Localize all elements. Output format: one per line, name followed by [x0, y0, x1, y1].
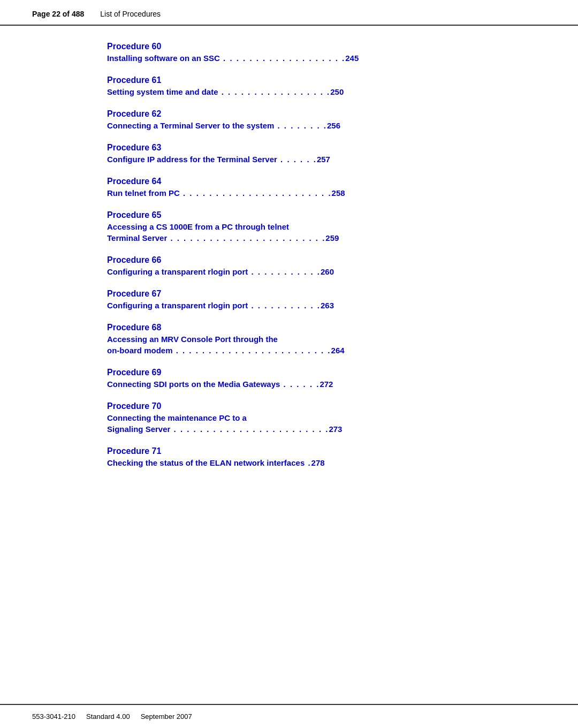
procedure-description: Connecting the maintenance PC to a Signa… — [107, 412, 546, 435]
list-item: Procedure 70 Connecting the maintenance … — [107, 401, 546, 435]
procedure-description: Configuring a transparent rlogin port . … — [107, 300, 546, 311]
procedure-description: Installing software on an SSC . . . . . … — [107, 52, 546, 64]
procedure-number: Procedure 69 — [107, 368, 546, 377]
procedure-description: Configure IP address for the Terminal Se… — [107, 154, 546, 165]
procedure-description: Connecting a Terminal Server to the syst… — [107, 120, 546, 131]
procedure-description: Configuring a transparent rlogin port . … — [107, 266, 546, 277]
procedure-number: Procedure 64 — [107, 177, 546, 186]
procedure-number: Procedure 63 — [107, 143, 546, 153]
list-item: Procedure 66 Configuring a transparent r… — [107, 255, 546, 277]
list-item: Procedure 64 Run telnet from PC . . . . … — [107, 177, 546, 199]
list-item: Procedure 68 Accessing an MRV Console Po… — [107, 323, 546, 356]
page-container: Page 22 of 488 List of Procedures Proced… — [0, 0, 578, 728]
procedure-description: Run telnet from PC . . . . . . . . . . .… — [107, 187, 546, 199]
page-number: Page 22 of 488 — [32, 10, 84, 18]
list-item: Procedure 65 Accessing a CS 1000E from a… — [107, 210, 546, 244]
section-title: List of Procedures — [100, 10, 161, 18]
content-area: Procedure 60 Installing software on an S… — [0, 26, 578, 704]
list-item: Procedure 67 Configuring a transparent r… — [107, 289, 546, 311]
page-footer: 553-3041-210 Standard 4.00 September 200… — [0, 704, 578, 728]
procedure-number: Procedure 67 — [107, 289, 546, 299]
procedure-number: Procedure 68 — [107, 323, 546, 332]
procedure-description: Checking the status of the ELAN network … — [107, 457, 546, 468]
procedure-number: Procedure 65 — [107, 210, 546, 220]
procedure-number: Procedure 61 — [107, 75, 546, 85]
procedure-number: Procedure 60 — [107, 42, 546, 51]
list-item: Procedure 63 Configure IP address for th… — [107, 143, 546, 165]
list-item: Procedure 62 Connecting a Terminal Serve… — [107, 109, 546, 131]
footer-doc-number: 553-3041-210 — [32, 712, 75, 721]
footer-standard: Standard 4.00 — [86, 712, 130, 721]
procedure-description: Accessing a CS 1000E from a PC through t… — [107, 221, 546, 244]
procedure-number: Procedure 62 — [107, 109, 546, 119]
footer-date: September 2007 — [141, 712, 192, 721]
list-item: Procedure 71 Checking the status of the … — [107, 446, 546, 468]
procedure-number: Procedure 70 — [107, 401, 546, 411]
procedure-description: Setting system time and date . . . . . .… — [107, 86, 546, 97]
page-header: Page 22 of 488 List of Procedures — [0, 0, 578, 26]
procedure-number: Procedure 66 — [107, 255, 546, 265]
list-item: Procedure 61 Setting system time and dat… — [107, 75, 546, 97]
procedure-description: Accessing an MRV Console Port through th… — [107, 333, 546, 356]
procedure-number: Procedure 71 — [107, 446, 546, 456]
procedure-description: Connecting SDI ports on the Media Gatewa… — [107, 378, 546, 390]
list-item: Procedure 60 Installing software on an S… — [107, 42, 546, 64]
list-item: Procedure 69 Connecting SDI ports on the… — [107, 368, 546, 390]
